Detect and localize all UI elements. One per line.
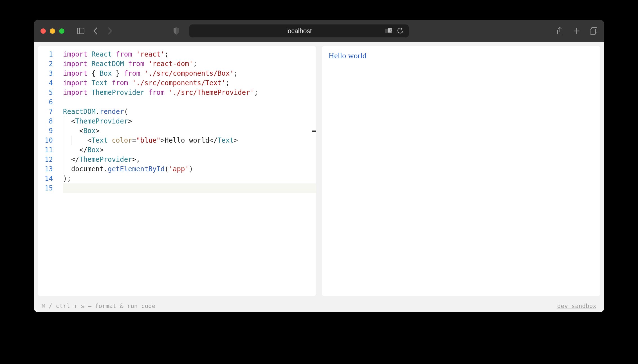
code-line[interactable]: import ThemeProvider from './src/ThemePr…	[63, 88, 316, 97]
preview-pane: Hello world	[322, 46, 600, 296]
code-line[interactable]: </Box>	[63, 145, 316, 155]
code-editor[interactable]: 123456789101112131415 import React from …	[38, 46, 316, 296]
code-line[interactable]: import { Box } from './src/components/Bo…	[63, 69, 316, 78]
code-line[interactable]	[63, 97, 316, 107]
sidebar-toggle-icon[interactable]	[77, 27, 85, 35]
code-line[interactable]: import React from 'react';	[63, 50, 316, 59]
reload-icon[interactable]	[396, 27, 404, 35]
status-hint: ⌘ / ctrl + s — format & run code	[42, 303, 156, 309]
line-number: 11	[38, 145, 53, 155]
line-number: 1	[38, 50, 53, 59]
nav-arrows	[91, 27, 114, 35]
share-icon[interactable]	[556, 27, 564, 35]
line-number: 5	[38, 88, 53, 97]
status-bar: ⌘ / ctrl + s — format & run code dev san…	[34, 300, 604, 312]
code-editor-pane: 123456789101112131415 import React from …	[38, 46, 316, 296]
forward-button[interactable]	[106, 27, 114, 35]
code-line[interactable]: </ThemeProvider>,	[63, 155, 316, 164]
close-window-button[interactable]	[41, 28, 46, 34]
line-number: 13	[38, 164, 53, 174]
line-number: 3	[38, 69, 53, 78]
line-number: 15	[38, 183, 53, 193]
line-number: 2	[38, 59, 53, 69]
shield-icon[interactable]	[172, 27, 180, 35]
tabs-overview-icon[interactable]	[590, 27, 597, 35]
code-line[interactable]	[63, 183, 316, 193]
line-number: 10	[38, 136, 53, 145]
code-line[interactable]: import Text from './src/components/Text'…	[63, 78, 316, 88]
minimize-window-button[interactable]	[50, 28, 55, 34]
maximize-window-button[interactable]	[59, 28, 64, 34]
code-line[interactable]: <Box>	[63, 126, 316, 136]
line-number: 6	[38, 97, 53, 107]
code-line[interactable]: import ReactDOM from 'react-dom';	[63, 59, 316, 69]
code-line[interactable]: ReactDOM.render(	[63, 107, 316, 116]
code-line[interactable]: );	[63, 174, 316, 183]
line-number: 9	[38, 126, 53, 136]
line-number: 12	[38, 155, 53, 164]
translate-icon[interactable]: 文	[385, 27, 392, 35]
code-line[interactable]: <ThemeProvider>	[63, 116, 316, 126]
code-line[interactable]: document.getElementById('app')	[63, 164, 316, 174]
line-number: 8	[38, 116, 53, 126]
svg-rect-7	[590, 29, 596, 34]
browser-window: localhost 文	[34, 20, 604, 312]
code-area[interactable]: import React from 'react';import ReactDO…	[56, 46, 316, 296]
code-line[interactable]: <Text color="blue">Hello world</Text>	[63, 136, 316, 145]
line-number-gutter: 123456789101112131415	[38, 46, 56, 296]
address-bar[interactable]: localhost 文	[189, 24, 409, 37]
back-button[interactable]	[91, 27, 99, 35]
dev-sandbox-link[interactable]: dev sandbox	[557, 303, 596, 309]
line-number: 4	[38, 78, 53, 88]
title-bar: localhost 文	[34, 20, 604, 42]
traffic-lights	[41, 28, 64, 34]
line-number: 7	[38, 107, 53, 116]
new-tab-icon[interactable]	[573, 27, 581, 35]
line-number: 14	[38, 174, 53, 183]
svg-text:文: 文	[390, 29, 392, 32]
preview-output: Hello world	[322, 46, 600, 65]
page-content: 123456789101112131415 import React from …	[34, 42, 604, 312]
svg-rect-0	[77, 28, 84, 34]
address-text: localhost	[286, 27, 312, 35]
scroll-position-indicator	[312, 131, 316, 132]
